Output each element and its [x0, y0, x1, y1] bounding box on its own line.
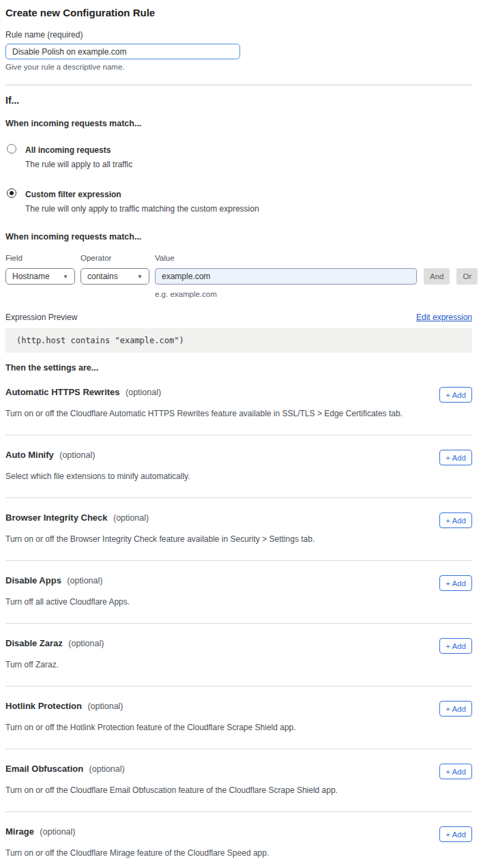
and-button[interactable]: And: [424, 268, 450, 285]
field-select-value: Hostname: [12, 272, 50, 281]
setting-name: Email Obfuscation: [5, 764, 83, 774]
setting-description: Turn on or off the Cloudflare Email Obfu…: [5, 785, 472, 795]
operator-select[interactable]: contains ▼: [81, 268, 149, 285]
radio-label: All incoming requests: [25, 145, 111, 155]
if-heading: If...: [5, 95, 472, 106]
optional-label: (optional): [113, 513, 149, 523]
expression-builder-heading: When incoming requests match...: [5, 232, 472, 242]
or-button[interactable]: Or: [456, 268, 478, 285]
add-button[interactable]: + Add: [439, 450, 472, 465]
setting-description: Turn on or off the Browser Integrity Che…: [5, 534, 472, 544]
radio-unselected-icon[interactable]: [7, 144, 16, 154]
create-configuration-rule-page: Create new Configuration Rule Rule name …: [0, 0, 481, 868]
match-type-radio-group: All incoming requests The rule will appl…: [5, 143, 472, 214]
radio-label: Custom filter expression: [25, 190, 121, 199]
setting-description: Turn off all active Cloudflare Apps.: [5, 597, 472, 607]
optional-label: (optional): [126, 388, 161, 397]
edit-expression-link[interactable]: Edit expression: [416, 313, 472, 322]
optional-label: (optional): [89, 764, 125, 774]
setting-name: Automatic HTTPS Rewrites: [5, 387, 120, 397]
setting-name: Disable Apps: [5, 575, 61, 585]
setting-row-auto-minify: Auto Minify (optional) + Add Select whic…: [5, 435, 472, 498]
setting-row-browser-integrity-check: Browser Integrity Check (optional) + Add…: [5, 498, 472, 561]
then-settings-heading: Then the settings are...: [5, 363, 472, 373]
page-title: Create new Configuration Rule: [5, 7, 472, 18]
rule-name-help: Give your rule a descriptive name.: [5, 63, 472, 71]
setting-description: Turn on or off the Hotlink Protection fe…: [5, 723, 472, 732]
value-label: Value: [155, 254, 417, 262]
rule-name-label: Rule name (required): [5, 30, 472, 40]
setting-name: Mirage: [5, 826, 34, 837]
field-label: Field: [5, 254, 81, 262]
setting-description: Select which file extensions to minify a…: [5, 472, 472, 481]
field-select[interactable]: Hostname ▼: [5, 268, 75, 285]
radio-custom-filter-expression[interactable]: Custom filter expression The rule will o…: [5, 188, 472, 214]
optional-label: (optional): [59, 450, 95, 460]
setting-row-disable-apps: Disable Apps (optional) + Add Turn off a…: [5, 561, 472, 624]
chevron-down-icon: ▼: [63, 274, 68, 280]
setting-name: Browser Integrity Check: [5, 512, 108, 523]
add-button[interactable]: + Add: [439, 512, 472, 528]
setting-row-disable-zaraz: Disable Zaraz (optional) + Add Turn off …: [5, 624, 472, 686]
optional-label: (optional): [68, 639, 104, 648]
expression-preview-code: (http.host contains "example.com"): [5, 328, 472, 353]
radio-all-incoming-requests[interactable]: All incoming requests The rule will appl…: [5, 143, 472, 169]
setting-row-mirage: Mirage (optional) + Add Turn on or off t…: [5, 812, 472, 868]
setting-row-hotlink-protection: Hotlink Protection (optional) + Add Turn…: [5, 686, 472, 749]
setting-description: Turn on or off the Cloudflare Automatic …: [5, 409, 472, 418]
optional-label: (optional): [40, 827, 75, 837]
operator-label: Operator: [81, 254, 155, 262]
radio-description: The rule will apply to all traffic: [25, 160, 132, 169]
value-hint: e.g. example.com: [155, 290, 417, 298]
setting-name: Disable Zaraz: [5, 638, 63, 648]
value-input[interactable]: [155, 268, 417, 285]
setting-description: Turn on or off the Cloudflare Mirage fea…: [5, 848, 472, 858]
optional-label: (optional): [87, 701, 123, 711]
setting-name: Hotlink Protection: [5, 701, 82, 711]
add-button[interactable]: + Add: [439, 638, 472, 654]
add-button[interactable]: + Add: [439, 826, 472, 842]
add-button[interactable]: + Add: [439, 701, 472, 717]
operator-select-value: contains: [87, 272, 118, 281]
expression-preview-label: Expression Preview: [5, 313, 77, 322]
incoming-requests-match-heading: When incoming requests match...: [5, 119, 472, 128]
expression-builder-row: Field Hostname ▼ Operator contains ▼ Val…: [5, 254, 472, 298]
add-button[interactable]: + Add: [439, 575, 472, 591]
add-button[interactable]: + Add: [439, 387, 472, 403]
chevron-down-icon: ▼: [137, 274, 143, 280]
optional-label: (optional): [67, 576, 102, 585]
add-button[interactable]: + Add: [439, 764, 472, 779]
rule-name-input[interactable]: [5, 44, 240, 59]
setting-name: Auto Minify: [5, 450, 54, 460]
radio-selected-icon[interactable]: [7, 188, 16, 198]
section-divider: [5, 85, 472, 85]
setting-row-automatic-https-rewrites: Automatic HTTPS Rewrites (optional) + Ad…: [5, 373, 472, 435]
setting-row-email-obfuscation: Email Obfuscation (optional) + Add Turn …: [5, 749, 472, 812]
radio-description: The rule will only apply to traffic matc…: [25, 204, 259, 214]
setting-description: Turn off Zaraz.: [5, 660, 472, 669]
